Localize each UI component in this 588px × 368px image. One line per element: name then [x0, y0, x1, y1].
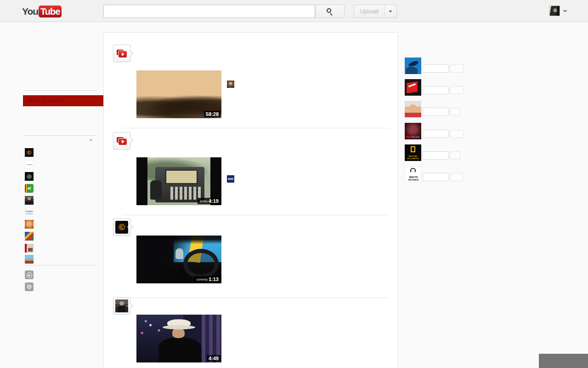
- duration-badge: 4:49: [207, 355, 220, 362]
- channel-avatar-minute-physics[interactable]: MINUTEPHYSICS: [405, 166, 421, 183]
- thumbnail-art: [170, 187, 201, 199]
- subscribe-button[interactable]: [423, 86, 449, 94]
- add-channels-button[interactable]: +: [25, 270, 34, 279]
- recommended-channel: NATIONALGEOGRAPHIC: [405, 144, 469, 163]
- subscriber-count-bubble: [451, 151, 460, 160]
- ted-talks-label: TEDTALKS: [406, 136, 420, 139]
- watermark-text: antho: [199, 200, 208, 203]
- subscribe-button[interactable]: [423, 151, 449, 160]
- avatar-art: [407, 81, 418, 93]
- logo-art: [27, 164, 33, 165]
- feed-item: 4:49: [104, 297, 398, 368]
- upload-menu-button[interactable]: [384, 5, 396, 17]
- guide-channel-at-logo[interactable]: at: [25, 184, 34, 193]
- channel-mini-avatar[interactable]: [227, 80, 234, 88]
- recommended-channel: [405, 79, 469, 98]
- channel-avatar-sketchup[interactable]: [405, 79, 421, 96]
- thumbnail-art: [165, 170, 198, 184]
- subscribe-button[interactable]: [423, 64, 449, 73]
- channel-avatar-national-geographic[interactable]: NATIONALGEOGRAPHIC: [405, 144, 421, 161]
- plus-circle-icon: +: [27, 272, 32, 278]
- subscribe-button[interactable]: [423, 130, 449, 138]
- guide-channel-white-text-logo[interactable]: [25, 160, 34, 169]
- feed-item: 58:28: [104, 45, 398, 132]
- channel-avatar-funny-face[interactable]: [405, 101, 421, 117]
- badge-inner: [115, 47, 128, 60]
- guide-channel-face-closeup[interactable]: [25, 220, 34, 229]
- video-thumbnail[interactable]: comedy1:13: [136, 236, 221, 283]
- thumbnail-art: [189, 73, 217, 86]
- natgeo-label: NATIONALGEOGRAPHIC: [405, 155, 421, 160]
- thumbnail-art: [158, 338, 201, 362]
- feed-badge-playlist[interactable]: [113, 45, 130, 62]
- upload-button[interactable]: Upload: [354, 5, 384, 17]
- thumbnail-art: [172, 328, 185, 338]
- search-button[interactable]: [315, 5, 345, 18]
- subscriber-count-bubble: [451, 173, 464, 181]
- divider: [24, 90, 96, 91]
- masthead: YouTube Upload: [0, 0, 588, 22]
- duration-text: 1:13: [209, 276, 219, 282]
- feed-card: 58:28 antho4:19: [103, 32, 398, 368]
- at-logo-text: at: [27, 186, 31, 190]
- duration-badge: 58:28: [204, 111, 220, 117]
- user-avatar[interactable]: [549, 6, 560, 16]
- badge-inner: ©: [115, 221, 128, 234]
- playlist-icon: [117, 137, 128, 145]
- comedy-central-icon: ©: [115, 221, 128, 234]
- guide-collapse-chevron-icon[interactable]: [89, 139, 93, 141]
- guide-settings-button[interactable]: ⚙: [25, 282, 34, 291]
- photo-art: [28, 248, 33, 252]
- upload-button-group: Upload: [354, 5, 397, 18]
- guide-item-what-to-watch[interactable]: What to watch: [23, 95, 103, 106]
- thumbnail-art: [150, 180, 162, 200]
- doodle-icon: [410, 168, 416, 173]
- chevron-down-icon: [389, 11, 392, 12]
- gear-icon: ⚙: [27, 283, 32, 290]
- feedback-overlay[interactable]: [539, 354, 588, 368]
- subscriber-count-bubble: [451, 108, 461, 116]
- search-input[interactable]: [103, 5, 315, 18]
- mp-label-line2: PHYSICS: [408, 178, 418, 181]
- guide-channel-colorful-art[interactable]: [25, 232, 34, 241]
- feed-badge-comedy-central[interactable]: ©: [113, 218, 130, 236]
- subscriber-count-bubble: [451, 86, 464, 94]
- feed-item: antho4:19: [104, 132, 398, 219]
- subscribe-button[interactable]: [423, 108, 449, 116]
- natgeo-label-line2: GEOGRAPHIC: [407, 157, 419, 160]
- divider: [24, 135, 96, 136]
- feed-item: © comedy1:13: [104, 218, 398, 306]
- duration-badge: comedy1:13: [194, 276, 220, 282]
- thumbnail-art: [183, 249, 219, 278]
- divider: [122, 128, 389, 128]
- divider: [24, 265, 96, 265]
- guide-channel-landscape[interactable]: [25, 255, 34, 264]
- search-icon: [327, 8, 331, 13]
- recommended-channel: [405, 58, 469, 76]
- logo-tube-text: Tube: [39, 6, 62, 17]
- subscribe-button[interactable]: [423, 173, 449, 181]
- portrait-art: [28, 197, 31, 200]
- guide-channel-comedy-central[interactable]: ©: [25, 148, 34, 157]
- guide-channel-suit-portrait[interactable]: [25, 196, 34, 205]
- watermark-text: comedy: [196, 278, 208, 281]
- playlist-icon-front: [119, 138, 127, 145]
- feed-badge-playlist[interactable]: [113, 132, 130, 150]
- channel-avatar-ted-talks[interactable]: TEDTALKS: [405, 123, 421, 139]
- playlist-icon: [117, 50, 128, 58]
- suit-portrait-icon: [115, 299, 128, 312]
- feed-badge-jimmy-kimmel[interactable]: [113, 297, 130, 315]
- video-thumbnail[interactable]: 58:28: [136, 70, 221, 118]
- guide-channel-creators-project[interactable]: Creators project: [25, 208, 34, 217]
- guide-channel-dark-emblem[interactable]: ◎: [25, 172, 34, 181]
- youtube-logo[interactable]: YouTube: [22, 6, 62, 17]
- guide-channel-red-interior[interactable]: [25, 244, 34, 253]
- channel-avatar-swimmer-blue[interactable]: [405, 58, 421, 74]
- user-menu-chevron-icon[interactable]: [563, 10, 567, 12]
- channel-mini-avatar[interactable]: [227, 175, 234, 183]
- subscriber-count-bubble: [451, 130, 464, 138]
- thumbnail-art: [175, 248, 183, 259]
- video-thumbnail[interactable]: antho4:19: [136, 157, 221, 205]
- recommended-channel: TEDTALKS: [405, 123, 469, 141]
- video-thumbnail[interactable]: 4:49: [136, 315, 221, 362]
